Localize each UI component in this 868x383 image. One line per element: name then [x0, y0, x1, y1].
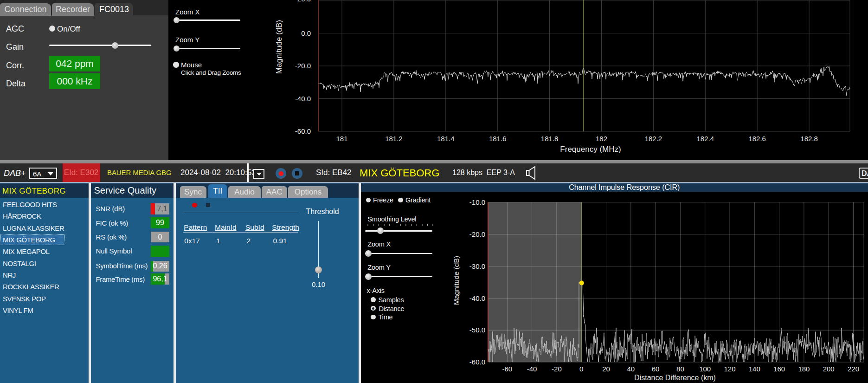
- svg-text:80: 80: [676, 365, 684, 373]
- svg-text:-60.0: -60.0: [469, 358, 485, 366]
- svg-text:181.2: 181.2: [385, 135, 403, 143]
- svg-text:182.2: 182.2: [645, 135, 662, 143]
- svg-text:182.8: 182.8: [800, 135, 818, 143]
- svg-text:Magnitude (dB): Magnitude (dB): [275, 20, 283, 74]
- svg-text:181.8: 181.8: [541, 135, 559, 143]
- svg-text:-60: -60: [502, 365, 512, 373]
- svg-text:Frequency (MHz): Frequency (MHz): [560, 145, 621, 154]
- svg-text:20.0: 20.0: [297, 0, 311, 3]
- svg-text:-40: -40: [527, 365, 537, 373]
- svg-text:-20: -20: [552, 365, 562, 373]
- svg-text:-20.0: -20.0: [295, 62, 311, 70]
- svg-text:181.6: 181.6: [489, 135, 507, 143]
- svg-text:181: 181: [336, 135, 347, 143]
- svg-text:Distance Difference (km): Distance Difference (km): [634, 374, 716, 382]
- svg-text:120: 120: [724, 365, 735, 373]
- svg-text:-50.0: -50.0: [469, 326, 485, 334]
- svg-text:40: 40: [627, 365, 635, 373]
- svg-text:220: 220: [848, 365, 859, 373]
- svg-text:140: 140: [749, 365, 760, 373]
- svg-text:-40.0: -40.0: [469, 294, 485, 302]
- svg-text:181.4: 181.4: [437, 135, 455, 143]
- svg-text:-10.0: -10.0: [469, 198, 485, 206]
- svg-text:-30.0: -30.0: [469, 262, 485, 270]
- svg-text:-40.0: -40.0: [295, 95, 311, 103]
- svg-text:Magnitude (dB): Magnitude (dB): [452, 256, 460, 305]
- svg-text:160: 160: [773, 365, 785, 373]
- svg-text:0.0: 0.0: [301, 29, 311, 37]
- svg-text:-60.0: -60.0: [295, 127, 311, 135]
- svg-text:60: 60: [652, 365, 660, 373]
- svg-text:200: 200: [823, 365, 835, 373]
- svg-text:20: 20: [602, 365, 610, 373]
- svg-text:182.6: 182.6: [748, 135, 766, 143]
- svg-text:100: 100: [699, 365, 711, 373]
- svg-text:182: 182: [596, 135, 607, 143]
- svg-text:0: 0: [579, 365, 583, 373]
- svg-text:180: 180: [798, 365, 810, 373]
- svg-text:182.4: 182.4: [697, 135, 714, 143]
- svg-text:-20.0: -20.0: [469, 230, 485, 238]
